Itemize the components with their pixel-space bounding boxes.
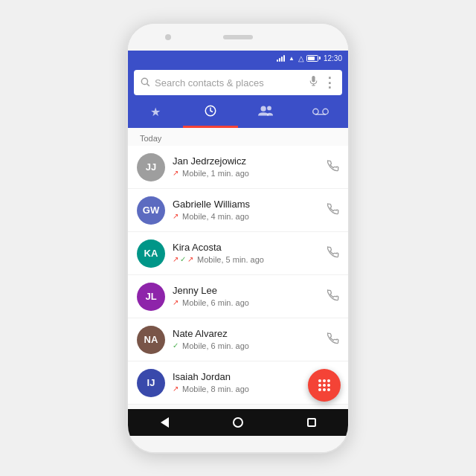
- svg-rect-2: [312, 76, 315, 83]
- svg-point-6: [261, 106, 266, 111]
- bottom-navigation: [128, 409, 348, 436]
- contact-detail: ↗✓↗ Mobile, 5 min. ago: [173, 254, 327, 265]
- nav-recents-button[interactable]: [304, 415, 319, 430]
- call-button[interactable]: [327, 203, 339, 218]
- contact-name: Isaiah Jordan: [173, 371, 327, 384]
- battery-icon: [306, 55, 318, 62]
- voicemail-icon: [312, 106, 329, 118]
- search-input-container[interactable]: Search contacts & places ⋮: [134, 70, 342, 95]
- earpiece-speaker: [223, 35, 253, 39]
- contact-list[interactable]: Today JJ Jan Jedrzejowicz ↗ Mobile, 1 mi…: [128, 128, 348, 409]
- phone-bottom-bar: [128, 436, 348, 452]
- avatar: JL: [137, 283, 165, 311]
- section-label-1: Yesterday: [128, 405, 348, 409]
- contact-info: Gabrielle Williams ↗ Mobile, 4 min. ago: [173, 199, 327, 222]
- svg-line-1: [147, 83, 149, 86]
- dialpad-icon: [318, 379, 330, 391]
- call-button[interactable]: [327, 332, 339, 347]
- contacts-icon: [258, 105, 273, 120]
- contact-info: Nate Alvarez ✓ Mobile, 6 min. ago: [173, 328, 327, 351]
- svg-point-8: [313, 109, 318, 114]
- avatar: NA: [137, 326, 165, 354]
- status-time: 12:30: [324, 54, 342, 62]
- contact-info: Jenny Lee ↗ Mobile, 6 min. ago: [173, 285, 327, 308]
- favorites-icon: ★: [150, 105, 161, 119]
- contact-name: Gabrielle Williams: [173, 199, 327, 211]
- tab-voicemail[interactable]: [293, 101, 348, 128]
- more-options-icon[interactable]: ⋮: [323, 76, 336, 89]
- avatar: KA: [137, 239, 165, 268]
- status-icons: ▲ △ 12:30: [277, 54, 342, 62]
- front-camera: [165, 34, 171, 40]
- recents-square-icon: [307, 418, 316, 427]
- contact-name: Jan Jedrzejowicz: [173, 155, 327, 168]
- tab-favorites[interactable]: ★: [128, 101, 183, 128]
- contact-item[interactable]: GW Gabrielle Williams ↗ Mobile, 4 min. a…: [128, 189, 348, 232]
- nav-home-button[interactable]: [231, 415, 245, 430]
- nav-back-button[interactable]: [157, 415, 172, 430]
- mic-icon[interactable]: [309, 76, 318, 89]
- contact-detail: ↗ Mobile, 1 min. ago: [173, 168, 327, 178]
- contact-item[interactable]: KA Kira Acosta ↗✓↗ Mobile, 5 min. ago: [128, 232, 348, 275]
- svg-point-7: [267, 106, 271, 110]
- search-bar: Search contacts & places ⋮: [128, 65, 348, 101]
- tab-contacts[interactable]: [238, 101, 293, 128]
- call-button[interactable]: [327, 160, 339, 175]
- contact-item[interactable]: JL Jenny Lee ↗ Mobile, 6 min. ago: [128, 275, 348, 318]
- contact-name: Jenny Lee: [173, 285, 327, 298]
- recents-icon: [204, 104, 217, 120]
- dial-pad-fab[interactable]: [308, 369, 341, 402]
- contact-detail: ✓ Mobile, 6 min. ago: [173, 341, 327, 351]
- tab-bar: ★: [128, 101, 348, 128]
- search-icon: [140, 77, 150, 89]
- power-button: [348, 98, 350, 128]
- svg-point-9: [323, 109, 328, 114]
- contact-info: Jan Jedrzejowicz ↗ Mobile, 1 min. ago: [173, 155, 327, 178]
- avatar: JJ: [137, 153, 165, 181]
- avatar: GW: [137, 196, 165, 225]
- section-label-0: Today: [128, 128, 348, 146]
- contact-detail: ↗ Mobile, 4 min. ago: [173, 211, 327, 222]
- contact-item[interactable]: JJ Jan Jedrzejowicz ↗ Mobile, 1 min. ago: [128, 146, 348, 189]
- contact-detail: ↗ Mobile, 8 min. ago: [173, 384, 327, 394]
- contact-detail: ↗ Mobile, 6 min. ago: [173, 298, 327, 308]
- avatar: IJ: [137, 369, 165, 397]
- call-button[interactable]: [327, 289, 339, 304]
- back-icon: [161, 417, 169, 428]
- tab-recents[interactable]: [183, 101, 238, 128]
- network-type-icon: ▲: [289, 55, 295, 62]
- wifi-icon: △: [298, 54, 304, 62]
- svg-point-0: [141, 78, 147, 84]
- signal-icon: [277, 54, 285, 62]
- contact-name: Nate Alvarez: [173, 328, 327, 341]
- phone-screen: ▲ △ 12:30 Search contact: [128, 51, 348, 409]
- contact-info: Kira Acosta ↗✓↗ Mobile, 5 min. ago: [173, 242, 327, 265]
- search-placeholder-text: Search contacts & places: [155, 77, 304, 89]
- contact-item[interactable]: NA Nate Alvarez ✓ Mobile, 6 min. ago: [128, 318, 348, 361]
- phone-device: ▲ △ 12:30 Search contact: [126, 22, 350, 454]
- contact-info: Isaiah Jordan ↗ Mobile, 8 min. ago: [173, 371, 327, 394]
- status-bar: ▲ △ 12:30: [128, 51, 348, 65]
- call-button[interactable]: [327, 246, 339, 261]
- phone-top-bar: [128, 24, 348, 51]
- contact-name: Kira Acosta: [173, 242, 327, 254]
- home-icon: [233, 417, 243, 428]
